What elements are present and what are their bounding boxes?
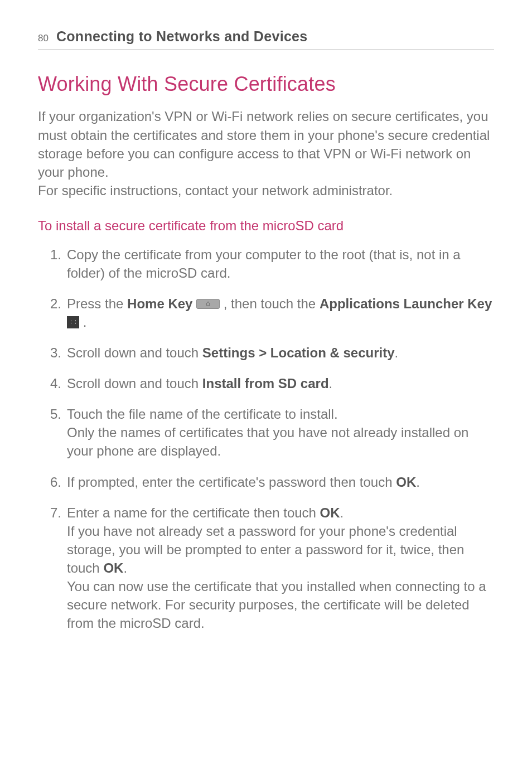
ok-button-label: OK — [396, 475, 416, 490]
step-7-text-d: . — [123, 560, 127, 575]
step-6-text-b: . — [416, 475, 420, 490]
step-5-text-b: Only the names of certificates that you … — [67, 425, 468, 458]
home-key-label: Home Key — [127, 296, 192, 311]
settings-path: Settings > Location & security — [202, 345, 395, 360]
step-5-text-a: Touch the file name of the certificate t… — [67, 406, 338, 422]
step-5: Touch the file name of the certificate t… — [66, 405, 494, 460]
page-number: 80 — [38, 32, 49, 45]
page-title: Working With Secure Certificates — [38, 70, 494, 98]
install-sd-label: Install from SD card — [202, 376, 329, 391]
page-header: 80 Connecting to Networks and Devices — [38, 27, 494, 50]
step-4-text-a: Scroll down and touch — [67, 376, 202, 391]
section-title: Connecting to Networks and Devices — [56, 27, 308, 46]
home-key-icon — [196, 299, 220, 309]
step-3-text-a: Scroll down and touch — [67, 345, 202, 360]
app-launcher-icon — [67, 316, 79, 328]
step-1: Copy the certificate from your computer … — [66, 245, 494, 282]
step-4: Scroll down and touch Install from SD ca… — [66, 374, 494, 393]
step-2-text-c: . — [79, 314, 86, 330]
ok-button-label-3: OK — [103, 560, 123, 575]
ok-button-label-2: OK — [320, 505, 340, 520]
step-2-text-a: Press the — [67, 296, 127, 311]
step-2-text-b: , then touch the — [220, 296, 320, 311]
intro-text-1: If your organization's VPN or Wi-Fi netw… — [38, 109, 490, 179]
step-6-text-a: If prompted, enter the certificate's pas… — [67, 475, 396, 490]
step-4-text-b: . — [329, 376, 333, 391]
sub-heading: To install a secure certificate from the… — [38, 216, 494, 235]
step-7-text-e: You can now use the certificate that you… — [67, 579, 486, 631]
step-7: Enter a name for the certificate then to… — [66, 503, 494, 633]
intro-text-2: For specific instructions, contact your … — [38, 183, 393, 198]
step-2: Press the Home Key , then touch the Appl… — [66, 294, 494, 331]
intro-paragraph: If your organization's VPN or Wi-Fi netw… — [38, 107, 494, 200]
app-launcher-label: Applications Launcher Key — [320, 296, 492, 311]
steps-list: Copy the certificate from your computer … — [38, 245, 494, 633]
step-7-text-b: . — [340, 505, 344, 520]
step-7-text-a: Enter a name for the certificate then to… — [67, 505, 320, 520]
step-3-text-b: . — [395, 345, 399, 360]
step-3: Scroll down and touch Settings > Locatio… — [66, 343, 494, 362]
step-6: If prompted, enter the certificate's pas… — [66, 473, 494, 491]
